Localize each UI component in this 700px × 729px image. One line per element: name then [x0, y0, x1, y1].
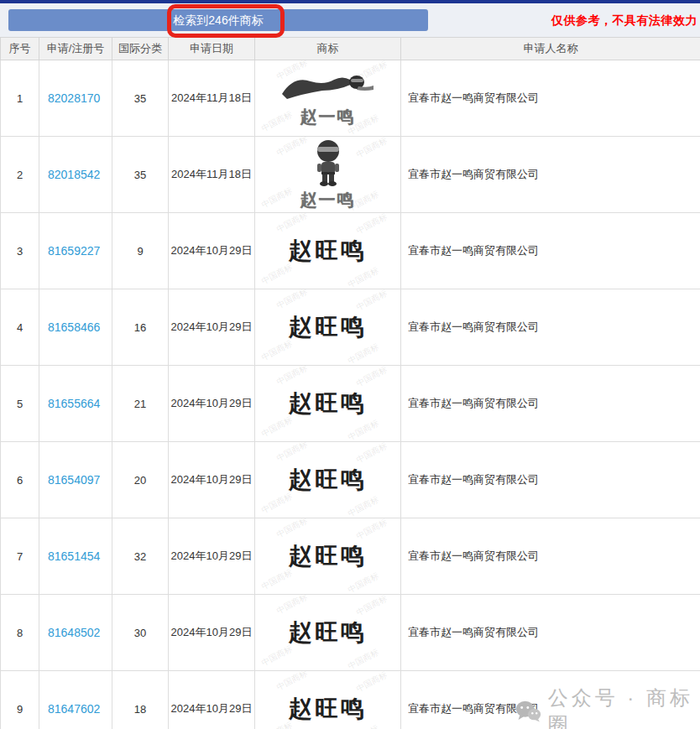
trademark-text: 赵一鸣	[300, 189, 356, 211]
trademark-text: 赵旺鸣	[289, 464, 367, 496]
trademark-text: 赵旺鸣	[289, 617, 367, 648]
trademark-cell-content: 中国商标 中国商标 中国商标 中国商标	[255, 671, 400, 729]
header-applicant: 申请人名称	[401, 38, 700, 60]
app-date-cell: 2024年10月29日	[169, 213, 255, 289]
trademark-text: 赵一鸣	[300, 106, 356, 128]
cell-watermark: 中国商标	[274, 213, 310, 236]
app-number-cell: 81648502	[39, 595, 112, 671]
cell-watermark: 中国商标	[346, 493, 381, 518]
trademark-cell-content: 中国商标 中国商标 中国商标 中国商标	[255, 518, 400, 594]
intl-class-cell: 16	[112, 289, 169, 366]
row-index: 9	[1, 671, 39, 729]
app-date-cell: 2024年10月29日	[169, 671, 255, 729]
intl-class-cell: 18	[112, 671, 169, 729]
app-number-link[interactable]: 81654097	[48, 473, 100, 487]
app-date-cell: 2024年10月29日	[169, 595, 255, 671]
row-index: 5	[1, 366, 39, 442]
cell-watermark: 中国商标	[274, 442, 310, 465]
applicant-cell: 宜春市赵一鸣商贸有限公司	[401, 518, 700, 595]
trademark-cell: 中国商标 中国商标 中国商标 中国商标	[255, 137, 401, 213]
app-number-link[interactable]: 82028170	[48, 91, 100, 105]
app-number-cell: 81658466	[39, 289, 112, 366]
cell-watermark: 中国商标	[354, 137, 389, 161]
header-trademark: 商标	[255, 38, 401, 60]
cell-watermark: 中国商标	[354, 518, 389, 543]
cell-watermark: 中国商标	[259, 185, 295, 211]
trademark-cell: 中国商标 中国商标 中国商标 中国商标	[255, 595, 401, 671]
trademark-cell-content: 中国商标 中国商标 中国商标 中国商标	[255, 213, 400, 289]
header-app-date: 申请日期	[169, 38, 255, 60]
row-index: 6	[1, 442, 39, 518]
trademark-cell-content: 中国商标 中国商标 中国商标 中国商标	[255, 289, 400, 365]
table-row: 8 81648502 30 2024年10月29日 中国商标 中国商标 中国商标…	[1, 595, 700, 671]
cell-watermark: 中国商标	[274, 366, 310, 388]
intl-class-cell: 9	[112, 213, 169, 289]
trademark-cell-content: 中国商标 中国商标 中国商标 中国商标	[255, 137, 400, 212]
applicant-cell: 宜春市赵一鸣商贸有限公司	[401, 366, 700, 442]
cell-watermark: 中国商标	[354, 289, 389, 314]
trademark-cell-content: 中国商标 中国商标 中国商标 中国商标	[255, 595, 400, 670]
cell-watermark: 中国商标	[274, 595, 310, 617]
header-intl-class: 国际分类	[112, 38, 169, 60]
trademark-cell: 中国商标 中国商标 中国商标 中国商标	[255, 442, 401, 518]
trademark-text: 赵旺鸣	[289, 311, 367, 343]
trademark-cell: 中国商标 中国商标 中国商标 中国商标	[255, 60, 401, 137]
table-row: 4 81658466 16 2024年10月29日 中国商标 中国商标 中国商标…	[1, 289, 700, 366]
app-date-cell: 2024年10月29日	[169, 518, 255, 595]
row-index: 2	[1, 137, 39, 213]
applicant-cell: 宜春市赵一鸣商贸有限公司	[401, 595, 700, 671]
app-date-cell: 2024年11月18日	[169, 137, 255, 213]
app-number-link[interactable]: 81655664	[48, 397, 100, 410]
row-index: 7	[1, 518, 39, 595]
app-number-link[interactable]: 81659227	[48, 244, 100, 258]
intl-class-cell: 20	[112, 442, 169, 518]
app-number-cell: 82028170	[39, 60, 112, 137]
app-number-cell: 81651454	[39, 518, 112, 595]
cell-watermark: 中国商标	[354, 671, 389, 695]
trademark-cell-content: 中国商标 中国商标 中国商标 中国商标	[255, 60, 400, 136]
legal-disclaimer-text: 仅供参考，不具有法律效力	[551, 13, 697, 29]
table-row: 1 82028170 35 2024年11月18日 中国商标 中国商标 中国商标…	[1, 60, 700, 137]
toolbar: 检索到246件商标 仅供参考，不具有法律效力	[0, 3, 700, 37]
cell-watermark: 中国商标	[346, 646, 381, 670]
app-number-link[interactable]: 82018542	[48, 168, 100, 181]
cell-watermark: 中国商标	[274, 289, 310, 312]
applicant-cell: 宜春市赵一鸣商贸有限公司	[401, 442, 700, 518]
intl-class-cell: 32	[112, 518, 169, 595]
header-app-number: 申请/注册号	[39, 38, 112, 60]
trademark-text: 赵旺鸣	[289, 540, 367, 572]
trademark-cell: 中国商标 中国商标 中国商标 中国商标	[255, 366, 401, 442]
trademark-text: 赵旺鸣	[289, 693, 367, 725]
trademark-text: 赵旺鸣	[289, 235, 367, 267]
trademark-cell-content: 中国商标 中国商标 中国商标 中国商标	[255, 366, 400, 441]
results-table-body: 1 82028170 35 2024年11月18日 中国商标 中国商标 中国商标…	[1, 60, 700, 729]
search-result-count-button[interactable]: 检索到246件商标	[8, 9, 428, 31]
app-date-cell: 2024年10月29日	[169, 442, 255, 518]
table-row: 6 81654097 20 2024年10月29日 中国商标 中国商标 中国商标…	[1, 442, 700, 518]
row-index: 8	[1, 595, 39, 671]
app-date-cell: 2024年11月18日	[169, 60, 255, 137]
trademark-cell: 中国商标 中国商标 中国商标 中国商标	[255, 289, 401, 366]
app-date-cell: 2024年10月29日	[169, 289, 255, 366]
cell-watermark: 中国商标	[274, 671, 310, 694]
app-number-cell: 81655664	[39, 366, 112, 442]
app-number-link[interactable]: 81647602	[48, 702, 100, 716]
cell-watermark: 中国商标	[354, 442, 389, 466]
applicant-cell: 宜春市赵一鸣商贸有限公司	[401, 289, 700, 366]
flying-superhero-icon	[279, 69, 378, 104]
applicant-cell: 宜春市赵一鸣商贸有限公司	[401, 671, 700, 729]
trademark-cell: 中国商标 中国商标 中国商标 中国商标	[255, 213, 401, 289]
app-date-cell: 2024年10月29日	[169, 366, 255, 442]
table-row: 9 81647602 18 2024年10月29日 中国商标 中国商标 中国商标…	[1, 671, 700, 729]
cell-watermark: 中国商标	[354, 366, 389, 390]
app-number-link[interactable]: 81648502	[48, 626, 100, 639]
app-number-link[interactable]: 81658466	[48, 320, 100, 334]
cell-watermark: 中国商标	[259, 108, 295, 134]
trademark-results-table: 序号 申请/注册号 国际分类 申请日期 商标 申请人名称 1 82028170 …	[0, 37, 700, 729]
applicant-cell: 宜春市赵一鸣商贸有限公司	[401, 213, 700, 289]
table-row: 7 81651454 32 2024年10月29日 中国商标 中国商标 中国商标…	[1, 518, 700, 595]
applicant-cell: 宜春市赵一鸣商贸有限公司	[401, 60, 700, 137]
intl-class-cell: 30	[112, 595, 169, 671]
app-number-cell: 81654097	[39, 442, 112, 518]
app-number-link[interactable]: 81651454	[48, 549, 100, 563]
